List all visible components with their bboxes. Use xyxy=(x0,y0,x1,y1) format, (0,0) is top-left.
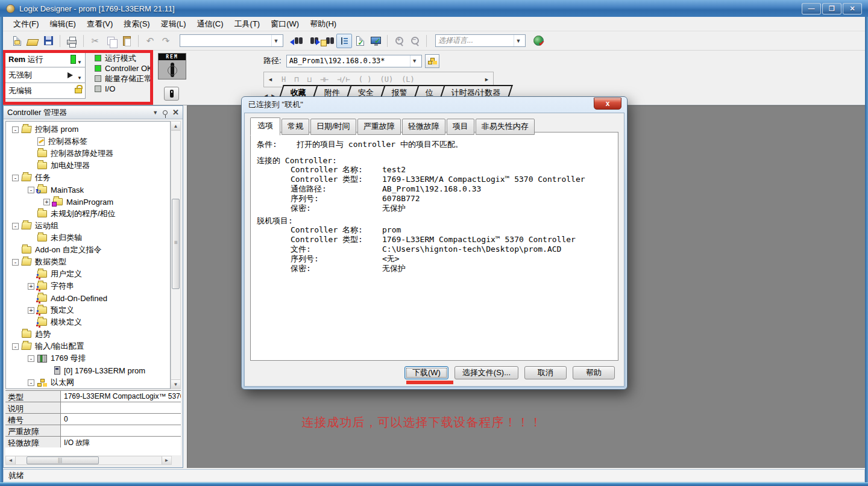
tab-general[interactable]: 常规 xyxy=(281,119,309,135)
menu-file[interactable]: 文件(F) xyxy=(8,17,45,31)
controller-mode-row[interactable]: Rem 运行 ▼ xyxy=(5,51,86,67)
rung-icon[interactable]: H xyxy=(281,75,286,84)
scrollbar-thumb[interactable] xyxy=(27,456,99,464)
xic-contact-icon[interactable]: ⊣⊢ xyxy=(320,75,329,84)
pin-icon[interactable] xyxy=(163,110,168,115)
scroll-up-icon[interactable]: ▲ xyxy=(171,122,180,131)
scrollbar-thumb[interactable] xyxy=(172,199,180,289)
tab-major-faults[interactable]: 严重故障 xyxy=(357,119,401,135)
tree-item-module-defined[interactable]: 模块定义 xyxy=(6,316,170,328)
save-icon[interactable] xyxy=(40,34,56,48)
new-icon[interactable] xyxy=(9,34,25,48)
tree-item-mainprogram[interactable]: MainProgram xyxy=(6,196,170,208)
search-forward-icon[interactable] xyxy=(305,34,321,48)
chevron-down-icon[interactable]: ▼ xyxy=(153,110,158,116)
collapse-icon[interactable] xyxy=(12,343,19,350)
close-panel-icon[interactable]: ✕ xyxy=(172,108,179,117)
toolbar-combobox[interactable]: ▼ xyxy=(180,34,283,47)
mode-dropdown-icon[interactable]: ▼ xyxy=(77,60,82,65)
tree-item-controller-module[interactable]: [0] 1769-L33ERM prom xyxy=(6,364,170,376)
tree-item-strings[interactable]: 字符串 xyxy=(6,280,170,292)
undo-icon[interactable]: ↶ xyxy=(142,34,158,48)
xio-contact-icon[interactable]: ⊣/⊢ xyxy=(337,75,350,84)
cut-icon[interactable]: ✂ xyxy=(87,34,103,48)
branch-level-icon[interactable]: ⊔ xyxy=(307,75,311,84)
menu-tools[interactable]: 工具(T) xyxy=(229,17,266,31)
tab-options[interactable]: 选项 xyxy=(250,117,280,136)
collapse-icon[interactable] xyxy=(12,223,19,229)
otl-coil-icon[interactable]: (L) xyxy=(401,75,415,84)
search-back-icon[interactable] xyxy=(289,34,305,48)
organizer-toggle-icon[interactable] xyxy=(336,34,352,48)
tree-item-1769-bus[interactable]: 1769 母排 xyxy=(6,352,170,364)
close-button[interactable]: ✕ xyxy=(843,3,862,14)
verify-controller-icon[interactable] xyxy=(368,34,383,48)
expand-icon[interactable] xyxy=(43,199,50,205)
tree-vertical-scrollbar[interactable]: ▲ ▼ xyxy=(171,121,181,389)
tree-item-controller-tags[interactable]: 控制器标签 xyxy=(6,136,170,148)
collapse-icon[interactable] xyxy=(12,126,19,133)
otu-coil-icon[interactable]: (U) xyxy=(380,75,393,84)
horizontal-scrollbar[interactable]: ◄ ► xyxy=(5,456,172,465)
zoom-in-icon[interactable]: + xyxy=(391,34,407,48)
forces-row[interactable]: 无强制 ▼ xyxy=(5,67,86,83)
branch-icon[interactable]: ⊓ xyxy=(294,75,298,84)
ladder-scroll-left-icon[interactable]: ◄ xyxy=(268,76,273,83)
tree-item-maintask[interactable]: MainTask xyxy=(6,184,170,196)
copy-icon[interactable] xyxy=(103,34,119,48)
select-file-button[interactable]: 选择文件(S)... xyxy=(454,366,518,379)
menu-window[interactable]: 窗口(W) xyxy=(265,17,304,31)
browse-network-button[interactable] xyxy=(425,54,439,68)
tree-item-controller[interactable]: 控制器 prom xyxy=(6,123,170,136)
tree-item-motion-groups[interactable]: 运动组 xyxy=(6,220,170,232)
expand-icon[interactable] xyxy=(28,283,34,290)
path-combobox[interactable]: AB_Prom1\192.168.0.33* ▼ xyxy=(286,55,422,67)
ote-coil-icon[interactable]: ( ) xyxy=(359,75,372,84)
open-icon[interactable] xyxy=(25,34,40,48)
menu-help[interactable]: 帮助(H) xyxy=(304,17,342,31)
collapse-icon[interactable] xyxy=(28,187,34,193)
tab-date-time[interactable]: 日期/时间 xyxy=(310,119,356,135)
expand-icon[interactable] xyxy=(28,307,34,314)
forces-dropdown-icon[interactable]: ▼ xyxy=(77,75,82,81)
menu-communications[interactable]: 通信(C) xyxy=(192,17,229,31)
tree-item-data-types[interactable]: 数据类型 xyxy=(6,256,170,268)
redo-icon[interactable]: ↷ xyxy=(158,34,174,48)
collapse-icon[interactable] xyxy=(28,355,34,362)
menu-view[interactable]: 查看(V) xyxy=(81,17,118,31)
tab-project[interactable]: 项目 xyxy=(447,119,474,135)
tree-item-fault-handler[interactable]: 控制器故障处理器 xyxy=(6,148,170,160)
tab-nonvolatile-memory[interactable]: 非易失性内存 xyxy=(476,119,535,135)
dialog-close-button[interactable]: x xyxy=(594,98,621,110)
menu-search[interactable]: 搜索(S) xyxy=(118,17,155,31)
tree-item-predefined[interactable]: 预定义 xyxy=(6,304,170,316)
ladder-scroll-right-icon[interactable]: ► xyxy=(484,76,489,83)
collapse-icon[interactable] xyxy=(12,175,19,181)
language-check-icon[interactable] xyxy=(530,34,546,48)
tab-minor-faults[interactable]: 轻微故障 xyxy=(402,119,445,135)
search-replace-icon[interactable] xyxy=(321,34,336,48)
keyswitch-button[interactable] xyxy=(164,87,179,101)
download-button[interactable]: 下载(W) xyxy=(404,366,448,379)
menu-edit[interactable]: 编辑(E) xyxy=(45,17,81,31)
print-icon[interactable] xyxy=(64,34,80,48)
scroll-down-icon[interactable]: ▼ xyxy=(171,379,180,388)
minimize-button[interactable]: — xyxy=(802,3,821,14)
tree-item-ungrouped-axes[interactable]: 未归类轴 xyxy=(6,232,170,244)
tree-item-user-defined[interactable]: 用户定义 xyxy=(6,268,170,280)
scroll-right-icon[interactable]: ► xyxy=(162,456,171,464)
cancel-button[interactable]: 取消 xyxy=(524,366,567,379)
collapse-icon[interactable] xyxy=(28,379,34,386)
help-button[interactable]: 帮助 xyxy=(573,366,615,379)
tree-item-tasks[interactable]: 任务 xyxy=(6,172,170,184)
edits-row[interactable]: 无编辑 xyxy=(5,83,86,99)
scroll-left-icon[interactable]: ◄ xyxy=(6,456,16,464)
menu-logic[interactable]: 逻辑(L) xyxy=(156,17,192,31)
tree-item-powerup-handler[interactable]: 加电处理器 xyxy=(6,160,170,172)
paste-icon[interactable] xyxy=(119,34,134,48)
verify-routine-icon[interactable] xyxy=(352,34,368,48)
tree-item-trends[interactable]: 趋势 xyxy=(6,328,170,340)
language-select[interactable]: 选择语言... ▼ xyxy=(435,34,526,47)
collapse-icon[interactable] xyxy=(12,259,19,266)
maximize-button[interactable]: ❐ xyxy=(822,3,841,14)
